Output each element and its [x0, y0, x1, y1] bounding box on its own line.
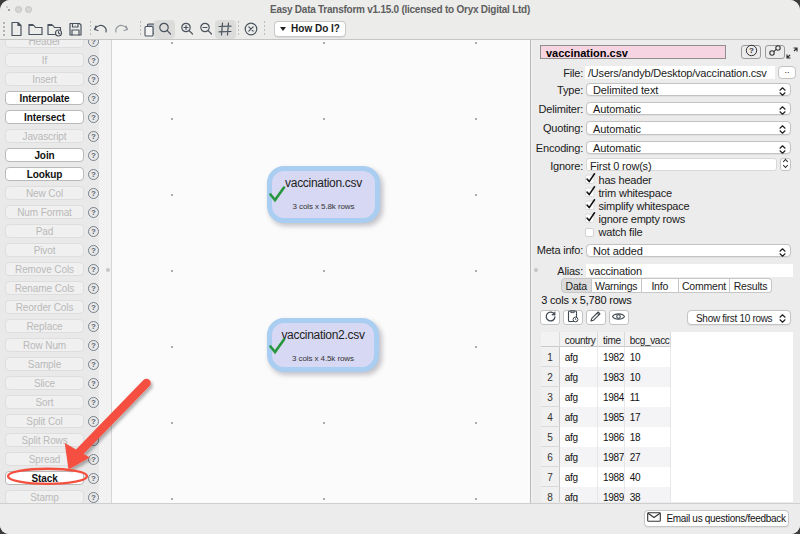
- sidebar-item-stack[interactable]: Stack: [5, 471, 84, 486]
- help-icon[interactable]: ?: [88, 378, 99, 389]
- sidebar-item-intersect[interactable]: Intersect: [5, 110, 84, 125]
- help-icon[interactable]: ?: [88, 359, 99, 370]
- table-cell[interactable]: 1989: [598, 487, 625, 503]
- edit-button[interactable]: [586, 310, 605, 325]
- delimiter-dropdown[interactable]: Automatic: [586, 102, 791, 116]
- help-icon[interactable]: ?: [88, 150, 99, 161]
- meta-info-dropdown[interactable]: Not added: [586, 244, 791, 258]
- undo-icon[interactable]: [92, 20, 110, 38]
- email-feedback-button[interactable]: Email us questions/feedback: [644, 510, 789, 528]
- table-cell[interactable]: 18: [625, 427, 672, 447]
- preview-button[interactable]: [609, 310, 628, 325]
- tab-info[interactable]: Info: [642, 278, 680, 293]
- encoding-dropdown[interactable]: Automatic: [586, 141, 791, 155]
- alias-field[interactable]: vaccination: [586, 264, 793, 277]
- help-icon[interactable]: ?: [88, 40, 99, 47]
- flow-canvas[interactable]: vaccination.csv 3 cols x 5.8k rows vacci…: [111, 40, 530, 503]
- table-cell[interactable]: afg: [560, 347, 598, 367]
- help-icon[interactable]: ?: [88, 283, 99, 294]
- help-icon[interactable]: ?: [88, 492, 99, 503]
- new-file-icon[interactable]: [7, 20, 25, 38]
- table-cell[interactable]: 10: [625, 347, 672, 367]
- table-cell[interactable]: 1985: [598, 407, 625, 427]
- toggle-grid-icon[interactable]: [216, 20, 234, 38]
- zoom-out-icon[interactable]: [197, 20, 215, 38]
- table-cell[interactable]: 1986: [598, 427, 625, 447]
- help-icon[interactable]: ?: [88, 112, 99, 123]
- table-cell[interactable]: afg: [560, 447, 598, 467]
- checkbox-trim-whitespace[interactable]: [585, 186, 597, 198]
- help-icon[interactable]: ?: [88, 74, 99, 85]
- column-header-country[interactable]: country: [560, 332, 598, 346]
- help-icon[interactable]: ?: [88, 131, 99, 142]
- table-cell[interactable]: afg: [560, 387, 598, 407]
- help-icon[interactable]: ?: [88, 226, 99, 237]
- table-cell[interactable]: 1988: [598, 467, 625, 487]
- help-icon[interactable]: ?: [88, 416, 99, 427]
- help-icon[interactable]: ?: [88, 55, 99, 66]
- help-icon[interactable]: ?: [88, 93, 99, 104]
- zoom-in-icon[interactable]: [178, 20, 196, 38]
- rows-filter-dropdown[interactable]: Show first 10 rows: [687, 310, 791, 325]
- help-icon[interactable]: ?: [88, 340, 99, 351]
- help-button[interactable]: ?: [741, 45, 761, 60]
- node-name-field[interactable]: vaccination.csv: [540, 45, 726, 60]
- table-cell[interactable]: afg: [560, 367, 598, 387]
- left-splitter[interactable]: [99, 40, 111, 503]
- help-icon[interactable]: ?: [88, 188, 99, 199]
- tab-data[interactable]: Data: [561, 278, 593, 293]
- table-cell[interactable]: 40: [625, 467, 672, 487]
- sidebar-item-join[interactable]: Join: [5, 148, 84, 163]
- type-dropdown[interactable]: Delimited text: [586, 83, 791, 97]
- column-header-time[interactable]: time: [598, 332, 625, 346]
- table-cell[interactable]: 1982: [598, 347, 625, 367]
- refresh-button[interactable]: [540, 310, 559, 325]
- open-recent-icon[interactable]: [46, 20, 64, 38]
- table-cell[interactable]: afg: [560, 427, 598, 447]
- sidebar-item-lookup[interactable]: Lookup: [5, 167, 84, 182]
- checkbox-has-header[interactable]: [585, 173, 597, 185]
- table-cell[interactable]: 38: [625, 487, 672, 503]
- expand-panel-icon[interactable]: [783, 44, 800, 62]
- file-path-field[interactable]: /Users/andyb/Desktop/vaccination.csv: [585, 66, 775, 79]
- help-icon[interactable]: ?: [88, 245, 99, 256]
- sidebar-item-interpolate[interactable]: Interpolate: [5, 91, 84, 106]
- help-icon[interactable]: ?: [88, 473, 99, 484]
- table-cell[interactable]: 17: [625, 407, 672, 427]
- help-icon[interactable]: ?: [88, 169, 99, 180]
- help-icon[interactable]: ?: [88, 454, 99, 465]
- toolbar-drag-handle[interactable]: [3, 21, 5, 36]
- table-cell[interactable]: 27: [625, 447, 672, 467]
- checkbox-simplify-whitespace[interactable]: [585, 199, 597, 211]
- tab-results[interactable]: Results: [730, 278, 772, 293]
- table-cell[interactable]: afg: [560, 467, 598, 487]
- open-file-icon[interactable]: [27, 20, 45, 38]
- help-icon[interactable]: ?: [88, 264, 99, 275]
- node-vaccination2.csv[interactable]: vaccination2.csv 3 cols x 4.5k rows: [267, 318, 379, 372]
- table-cell[interactable]: afg: [560, 487, 598, 503]
- help-icon[interactable]: ?: [88, 397, 99, 408]
- node-vaccination.csv[interactable]: vaccination.csv 3 cols x 5.8k rows: [267, 166, 380, 223]
- checkbox-ignore-empty-rows[interactable]: [585, 212, 597, 224]
- table-cell[interactable]: 10: [625, 367, 672, 387]
- data-table[interactable]: countrytimebcg_vacc1afg1982102afg1983103…: [541, 332, 793, 502]
- tab-comment[interactable]: Comment: [679, 278, 730, 293]
- table-cell[interactable]: 1987: [598, 447, 625, 467]
- help-icon[interactable]: ?: [88, 207, 99, 218]
- column-header-bcg_vacc[interactable]: bcg_vacc: [625, 332, 672, 346]
- ignore-rows-field[interactable]: First 0 row(s): [586, 158, 777, 171]
- help-icon[interactable]: ?: [88, 321, 99, 332]
- tab-warnings[interactable]: Warnings: [592, 278, 642, 293]
- ignore-rows-stepper[interactable]: [780, 158, 791, 171]
- quoting-dropdown[interactable]: Automatic: [586, 121, 791, 135]
- how-do-i-button[interactable]: How Do I?: [274, 21, 346, 37]
- help-icon[interactable]: ?: [88, 435, 99, 446]
- link-button[interactable]: [765, 45, 785, 60]
- copy-table-button[interactable]: [563, 310, 582, 325]
- save-icon[interactable]: [66, 20, 84, 38]
- reset-zoom-icon[interactable]: [242, 20, 260, 38]
- zoom-tool-icon[interactable]: [156, 20, 174, 38]
- browse-file-button[interactable]: ..: [778, 66, 796, 79]
- table-cell[interactable]: 11: [625, 387, 672, 407]
- table-cell[interactable]: 1983: [598, 367, 625, 387]
